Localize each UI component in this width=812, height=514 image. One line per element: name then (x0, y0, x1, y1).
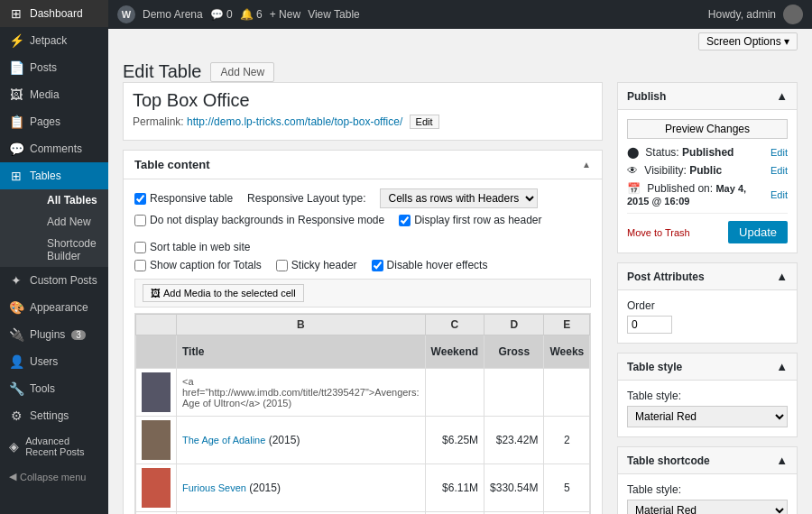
visibility-value: Public (689, 164, 722, 177)
table-content-title: Table content (134, 158, 210, 171)
table-row[interactable]: The Age of Adaline (2015) $6.25M $23.42M… (136, 417, 592, 464)
preview-changes-button[interactable]: Preview Changes (627, 119, 788, 139)
order-input[interactable]: 0 (627, 316, 672, 334)
caption-label[interactable]: Show caption for Totals (134, 259, 262, 271)
site-name[interactable]: Demo Arena (143, 8, 203, 21)
title-cell[interactable]: <a href="http://www.imdb.com/title/tt239… (177, 369, 426, 417)
status-row: ⬤ Status: Published Edit (627, 146, 788, 159)
sidebar-item-media[interactable]: 🖼 Media (0, 81, 108, 108)
post-attributes-header[interactable]: Post Attributes ▲ (618, 263, 797, 290)
visibility-edit-link[interactable]: Edit (770, 165, 788, 176)
avatar (783, 5, 803, 24)
disable-hover-label[interactable]: Disable hover effects (372, 259, 488, 271)
screen-options-button[interactable]: Screen Options ▾ (698, 32, 798, 50)
caption-checkbox[interactable] (134, 260, 146, 271)
content-right: Publish ▲ Preview Changes ⬤ Status: Publ… (617, 82, 798, 514)
sidebar-sub-add-new[interactable]: Add New (23, 211, 108, 233)
no-bg-label[interactable]: Do not display backgrounds in Responsive… (134, 214, 384, 226)
shortcode-style-select[interactable]: Material Red (627, 500, 788, 514)
sidebar-item-pages[interactable]: 📋 Pages (0, 108, 108, 135)
sidebar-item-jetpack[interactable]: ⚡ Jetpack (0, 27, 108, 54)
disable-hover-checkbox[interactable] (372, 260, 383, 271)
sidebar-item-label: Advanced Recent Posts (25, 436, 99, 457)
pages-icon: 📋 (9, 115, 23, 129)
first-row-label[interactable]: Display first row as header (399, 214, 541, 226)
col-d[interactable]: D (484, 315, 544, 335)
table-content-body: Responsive table Responsive Layout type:… (124, 179, 602, 514)
permalink-edit-button[interactable]: Edit (410, 115, 439, 129)
layout-type-select[interactable]: Cells as rows with Headers (380, 188, 538, 208)
responsive-table-label[interactable]: Responsive table (134, 192, 233, 205)
permalink-url[interactable]: http://demo.lp-tricks.com/table/top-box-… (187, 115, 402, 128)
appearance-icon: 🎨 (9, 300, 23, 315)
header-gross: Gross (484, 335, 544, 369)
col-b[interactable]: B (177, 315, 426, 335)
table-row[interactable]: <a href="http://www.imdb.com/title/tt239… (136, 369, 592, 417)
col-f[interactable]: F (590, 315, 591, 335)
col-e[interactable]: E (544, 315, 590, 335)
sidebar-item-advanced-recent-posts[interactable]: ◈ Advanced Recent Posts (0, 429, 108, 464)
tools-icon: 🔧 (9, 381, 23, 396)
sidebar-item-plugins[interactable]: 🔌 Plugins 3 (0, 321, 108, 348)
thumb-cell (136, 417, 177, 464)
title-cell[interactable]: The Age of Adaline (2015) (177, 417, 426, 464)
published-edit-link[interactable]: Edit (770, 189, 788, 200)
sidebar-item-tables[interactable]: ⊞ Tables (0, 162, 108, 189)
sort-label[interactable]: Sort table in web site (134, 241, 250, 253)
first-row-checkbox[interactable] (399, 215, 411, 226)
collapse-menu-button[interactable]: ◀ Collapse menu (0, 464, 108, 490)
update-button[interactable]: Update (728, 221, 788, 243)
table-row[interactable]: Furious Seven (2015) $6.11M $330.54M 5 ★… (136, 464, 592, 512)
no-bg-checkbox[interactable] (134, 215, 146, 226)
sidebar-item-label: Settings (30, 409, 69, 422)
table-toolbar: 🖼 Add Media to the selected cell (134, 279, 591, 307)
post-title-input[interactable]: Top Box Office (133, 90, 593, 111)
sidebar-item-users[interactable]: 👤 Users (0, 348, 108, 375)
publish-header[interactable]: Publish ▲ (618, 83, 797, 110)
new-item-button[interactable]: + New (270, 8, 300, 21)
rating-cell: ★ 8.2 (590, 369, 591, 417)
publish-toggle-icon: ▲ (776, 89, 788, 103)
sidebar-item-dashboard[interactable]: ⊞ Dashboard (0, 0, 108, 27)
layout-type-label: Responsive Layout type: (247, 192, 365, 205)
table-shortcode-metabox: Table shortcode ▲ Table style: Material … (617, 446, 798, 514)
move-to-trash-link[interactable]: Move to Trash (627, 227, 690, 238)
table-content-header[interactable]: Table content ▲ (124, 151, 602, 179)
sidebar-sub-shortcode-builder[interactable]: Shortcode Builder (23, 233, 108, 267)
add-new-button[interactable]: Add New (210, 62, 274, 82)
sidebar-item-custom-posts[interactable]: ✦ Custom Posts (0, 267, 108, 294)
visibility-icon: 👁 (627, 164, 638, 177)
table-shortcode-header[interactable]: Table shortcode ▲ (618, 447, 797, 474)
status-edit-link[interactable]: Edit (770, 147, 788, 158)
col-a[interactable] (136, 315, 177, 335)
gross-cell: $330.54M (484, 464, 544, 512)
publish-title: Publish (627, 90, 666, 103)
view-table-link[interactable]: View Table (308, 8, 360, 21)
calendar-icon: 📅 (627, 182, 641, 195)
sticky-label[interactable]: Sticky header (276, 259, 357, 271)
page-title: Edit Table (123, 61, 201, 82)
table-style-header[interactable]: Table style ▲ (618, 353, 797, 381)
table-shortcode-body: Table style: Material Red [lptw_table id… (618, 474, 797, 514)
sidebar-item-settings[interactable]: ⚙ Settings (0, 402, 108, 429)
options-row-1: Responsive table Responsive Layout type:… (134, 188, 591, 208)
sidebar-item-label: Tools (30, 382, 55, 395)
permalink-label: Permalink: (133, 115, 184, 128)
table-content-metabox: Table content ▲ Responsive table Res (123, 150, 603, 514)
sidebar-item-posts[interactable]: 📄 Posts (0, 54, 108, 81)
title-cell[interactable]: Furious Seven (2015) (177, 464, 426, 512)
add-media-button[interactable]: 🖼 Add Media to the selected cell (143, 284, 304, 302)
sticky-checkbox[interactable] (276, 260, 288, 271)
sidebar-sub-all-tables[interactable]: All Tables (23, 189, 108, 211)
sort-checkbox[interactable] (134, 242, 146, 253)
post-attributes-toggle-icon: ▲ (776, 270, 788, 283)
responsive-table-checkbox[interactable] (134, 193, 146, 205)
col-c[interactable]: C (425, 315, 484, 335)
sidebar-item-appearance[interactable]: 🎨 Appearance (0, 294, 108, 321)
comments-count: 0 (226, 8, 233, 21)
sidebar-item-comments[interactable]: 💬 Comments (0, 135, 108, 162)
media-icon: 🖼 (9, 87, 23, 102)
table-style-select[interactable]: Material Red (627, 406, 788, 427)
status-icon: ⬤ (627, 146, 639, 159)
sidebar-item-tools[interactable]: 🔧 Tools (0, 375, 108, 402)
